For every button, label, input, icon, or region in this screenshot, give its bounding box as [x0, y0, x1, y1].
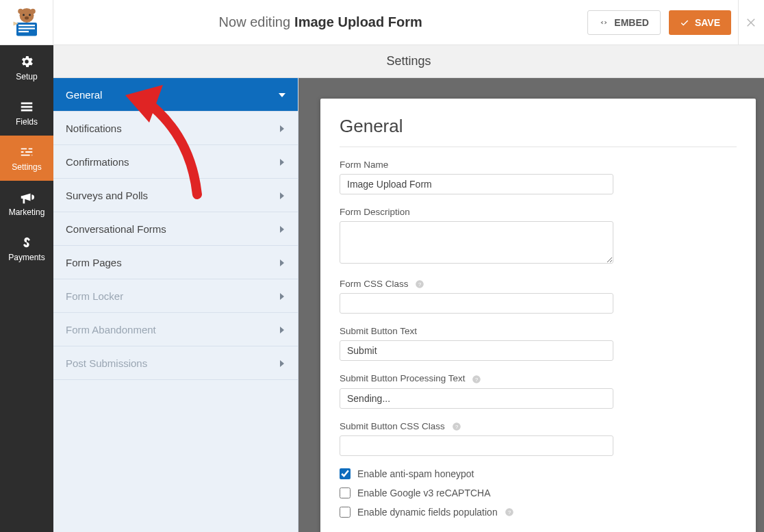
- svg-point-2: [30, 8, 36, 14]
- checkbox-recaptcha[interactable]: [340, 487, 351, 498]
- submit-css-label: Submit Button CSS Class ?: [340, 421, 737, 431]
- settings-item-label: Post Submissions: [66, 357, 147, 369]
- settings-item-form-locker[interactable]: Form Locker: [53, 279, 298, 313]
- card-heading: General: [340, 116, 737, 147]
- top-bar: Now editing Image Upload Form EMBED SAVE: [0, 0, 764, 45]
- help-icon[interactable]: ?: [505, 507, 514, 517]
- checkbox-recaptcha-row: Enable Google v3 reCAPTCHA: [340, 487, 737, 498]
- svg-text:?: ?: [418, 281, 421, 288]
- chevron-down-icon: [279, 89, 285, 101]
- settings-item-label: Conversational Forms: [66, 223, 166, 235]
- form-css-input[interactable]: [340, 293, 613, 314]
- help-icon[interactable]: ?: [415, 279, 424, 289]
- field-form-css: Form CSS Class ?: [340, 279, 737, 314]
- rail-payments-label: Payments: [8, 253, 44, 262]
- checkbox-dynamic[interactable]: [340, 507, 351, 518]
- svg-point-5: [25, 16, 29, 20]
- settings-item-confirmations[interactable]: Confirmations: [53, 145, 298, 179]
- settings-item-label: Form Abandonment: [66, 324, 156, 335]
- settings-item-label: Form Pages: [66, 257, 122, 268]
- rail-setup[interactable]: Setup: [0, 45, 53, 90]
- settings-panel: General Notifications Confirmations Surv…: [53, 78, 298, 532]
- settings-item-post-submissions[interactable]: Post Submissions: [53, 346, 298, 380]
- settings-item-conversational[interactable]: Conversational Forms: [53, 212, 298, 246]
- svg-text:?: ?: [475, 377, 478, 383]
- svg-text:?: ?: [455, 424, 457, 430]
- field-form-name: Form Name: [340, 160, 737, 194]
- chevron-right-icon: [279, 324, 285, 335]
- sliders-icon: [19, 144, 34, 160]
- list-icon: [19, 99, 34, 114]
- section-header-title: Settings: [386, 54, 431, 68]
- svg-rect-7: [18, 25, 35, 26]
- code-icon: [599, 18, 609, 27]
- rail-fields[interactable]: Fields: [0, 90, 53, 136]
- section-header: Settings: [53, 45, 764, 78]
- settings-item-form-abandonment[interactable]: Form Abandonment: [53, 313, 298, 346]
- settings-item-form-pages[interactable]: Form Pages: [53, 246, 298, 279]
- help-icon[interactable]: ?: [452, 422, 461, 431]
- left-rail: Setup Fields Settings Marketing Payments: [0, 45, 53, 532]
- embed-label: EMBED: [614, 17, 649, 28]
- chevron-right-icon: [279, 223, 285, 235]
- form-name-label: Form Name: [340, 160, 737, 170]
- form-css-label: Form CSS Class ?: [340, 279, 737, 289]
- svg-point-3: [23, 14, 25, 16]
- settings-item-notifications[interactable]: Notifications: [53, 112, 298, 145]
- settings-item-label: Confirmations: [66, 156, 129, 168]
- top-actions: EMBED SAVE: [587, 10, 738, 35]
- settings-item-general[interactable]: General: [53, 78, 298, 112]
- chevron-right-icon: [279, 357, 285, 369]
- submit-text-input[interactable]: [340, 340, 613, 361]
- checkbox-honeypot[interactable]: [340, 468, 351, 479]
- gear-icon: [19, 54, 34, 69]
- svg-text:?: ?: [508, 509, 511, 516]
- checkbox-recaptcha-label: Enable Google v3 reCAPTCHA: [357, 487, 491, 498]
- rail-marketing[interactable]: Marketing: [0, 181, 53, 226]
- rail-fields-label: Fields: [16, 117, 38, 127]
- check-icon: [680, 18, 689, 27]
- chevron-right-icon: [279, 156, 285, 168]
- svg-point-4: [29, 14, 31, 16]
- bullhorn-icon: [19, 190, 34, 205]
- settings-item-label: Form Locker: [66, 290, 123, 302]
- submit-processing-label: Submit Button Processing Text ?: [340, 373, 737, 383]
- submit-text-label: Submit Button Text: [340, 326, 737, 336]
- rail-marketing-label: Marketing: [9, 207, 45, 217]
- chevron-right-icon: [279, 123, 285, 134]
- title-prefix: Now editing: [219, 14, 291, 30]
- rail-settings[interactable]: Settings: [0, 136, 53, 181]
- svg-point-1: [18, 8, 23, 14]
- chevron-right-icon: [279, 257, 285, 268]
- settings-item-surveys[interactable]: Surveys and Polls: [53, 179, 298, 212]
- submit-processing-input[interactable]: [340, 388, 613, 409]
- chevron-right-icon: [279, 190, 285, 201]
- title-form-name: Image Upload Form: [294, 14, 422, 30]
- checkbox-dynamic-row: Enable dynamic fields population ?: [340, 507, 737, 518]
- rail-payments[interactable]: Payments: [0, 226, 53, 271]
- field-submit-processing: Submit Button Processing Text ?: [340, 373, 737, 408]
- embed-button[interactable]: EMBED: [587, 10, 661, 35]
- submit-css-input[interactable]: [340, 435, 613, 456]
- wpforms-icon: [10, 6, 44, 39]
- logo: [0, 0, 53, 45]
- checkbox-honeypot-label: Enable anti-spam honeypot: [357, 468, 474, 479]
- field-submit-text: Submit Button Text: [340, 326, 737, 361]
- checkbox-honeypot-row: Enable anti-spam honeypot: [340, 468, 737, 479]
- close-icon: [746, 16, 758, 29]
- form-description-input[interactable]: [340, 221, 613, 264]
- field-form-description: Form Description: [340, 207, 737, 266]
- chevron-right-icon: [279, 290, 285, 302]
- settings-card: General Form Name Form Description Form …: [320, 99, 756, 532]
- help-icon[interactable]: ?: [472, 375, 481, 384]
- svg-rect-9: [18, 31, 29, 32]
- form-description-label: Form Description: [340, 207, 737, 217]
- close-button[interactable]: [738, 0, 764, 45]
- settings-item-label: General: [66, 89, 102, 101]
- settings-item-label: Notifications: [66, 123, 122, 134]
- svg-rect-8: [18, 27, 35, 29]
- save-button[interactable]: SAVE: [669, 10, 731, 35]
- form-name-input[interactable]: [340, 174, 613, 194]
- canvas: General Form Name Form Description Form …: [298, 78, 764, 532]
- rail-setup-label: Setup: [16, 72, 37, 81]
